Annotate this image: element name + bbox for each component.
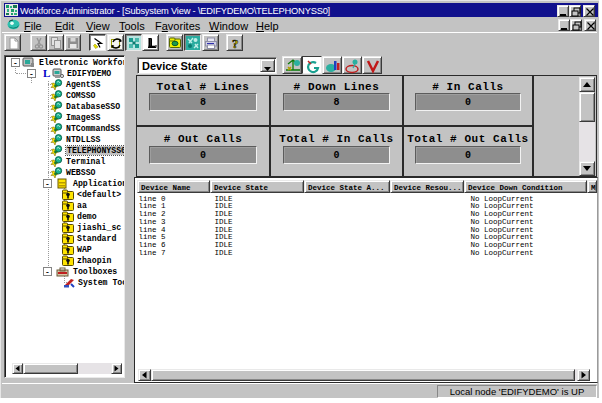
svg-text:?: ? bbox=[232, 36, 239, 51]
